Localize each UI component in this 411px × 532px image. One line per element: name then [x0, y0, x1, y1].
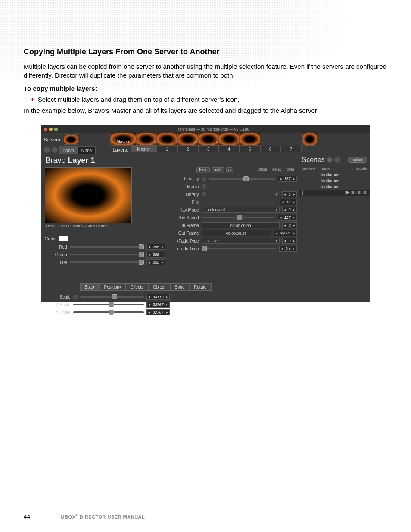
add-server-button[interactable]: + — [44, 147, 50, 153]
layer-thumbnail[interactable]: 4 — [177, 133, 198, 146]
tab-rotate[interactable]: Rotate — [189, 283, 211, 291]
paragraph-example: In the example below, Bravo's Master and… — [24, 106, 387, 115]
remove-server-button[interactable]: − — [52, 147, 58, 153]
solo-button[interactable]: solo — [212, 167, 225, 173]
scene-row[interactable]: fanflames — [299, 184, 370, 190]
red-slider[interactable] — [70, 246, 144, 248]
blue-slider[interactable] — [70, 261, 144, 263]
page-footer: 44 MBOX® DIRECTOR USER MANUAL — [24, 513, 387, 520]
layer-thumbnail-master[interactable]: Master — [110, 133, 136, 146]
opacity-value[interactable]: ◂137▸ — [278, 176, 296, 182]
library-value[interactable]: ◂5▸ — [282, 191, 296, 197]
scale-value[interactable]: ◂33110▸ — [146, 294, 169, 300]
xfadetime-value[interactable]: ◂0 s▸ — [279, 246, 296, 252]
scene-row[interactable]: fanflames — [299, 171, 370, 177]
update-button[interactable]: update — [348, 157, 367, 163]
param-dot-icon[interactable] — [202, 184, 206, 189]
playspeed-slider[interactable] — [202, 217, 276, 218]
bullet-item: + Select multiple layers and drag them o… — [31, 96, 387, 103]
xscale-slider[interactable] — [73, 304, 144, 305]
red-value[interactable]: ◂255▸ — [146, 244, 165, 250]
indicator-dots-icon[interactable] — [226, 167, 233, 173]
xfadetime-slider[interactable] — [202, 248, 277, 249]
xfadetype-select[interactable]: dissolve▾ — [202, 238, 280, 244]
outframe-value[interactable]: ◂65535▸ — [274, 230, 296, 236]
tab-position[interactable]: Position• — [99, 283, 125, 291]
file-label: File — [166, 200, 199, 205]
green-value[interactable]: ◂255▸ — [146, 252, 165, 258]
col-value: value — [258, 167, 267, 174]
yscale-label: Y Scale — [45, 310, 71, 315]
add-scene-button[interactable]: + — [327, 157, 333, 163]
traffic-lights[interactable] — [44, 128, 58, 131]
param-dot-icon[interactable] — [202, 177, 206, 181]
tab-size[interactable]: Size• — [80, 283, 100, 291]
layer-tab[interactable]: 7 — [281, 146, 302, 152]
param-dot-icon[interactable] — [202, 192, 206, 196]
green-label: Green — [45, 252, 67, 257]
layer-tab[interactable]: 4 — [219, 146, 240, 152]
tab-object[interactable]: Object — [148, 283, 170, 291]
layer-tab[interactable]: 1 — [157, 146, 177, 152]
plus-icon: + — [31, 96, 34, 103]
blue-value[interactable]: ◂255▸ — [146, 259, 165, 265]
paragraph-intro: Multiple layers can be copied from one s… — [24, 62, 387, 80]
layer-thumbnail[interactable]: 3 — [157, 133, 177, 146]
xfadetype-value[interactable]: ◂0▸ — [282, 238, 296, 244]
layers-label: Layers: — [110, 146, 131, 152]
server-tab-bravo[interactable]: Bravo — [59, 146, 78, 154]
layer-thumbnail[interactable]: 5 — [198, 133, 219, 146]
playmode-label: Play Mode — [166, 208, 199, 212]
blue-label: Blue — [45, 260, 67, 265]
scale-slider[interactable] — [80, 296, 144, 298]
inframe-value[interactable]: ◂0▸ — [282, 222, 296, 228]
opacity-slider[interactable] — [209, 178, 276, 180]
layer-tab[interactable]: 6 — [260, 146, 281, 152]
playmode-value[interactable]: ◂0▸ — [282, 207, 296, 213]
minimize-icon[interactable] — [49, 128, 53, 131]
layer-thumbnail[interactable]: 7 — [240, 133, 260, 146]
yscale-slider[interactable] — [73, 311, 144, 313]
eye-icon[interactable]: 👁 — [274, 192, 280, 197]
col-name: name — [321, 166, 340, 171]
layer-tab[interactable]: 5 — [240, 146, 260, 152]
green-slider[interactable] — [70, 254, 144, 255]
page-number: 44 — [24, 513, 30, 520]
inframe-field[interactable]: 00:00:00:00 — [202, 222, 280, 228]
app-screenshot: fanflames — 30 fps non-drop — v3.6.186 S… — [41, 125, 370, 302]
tab-sync[interactable]: Sync — [170, 283, 189, 291]
server-tab-alpha[interactable]: Alpha — [78, 146, 96, 154]
red-label: Red — [45, 245, 67, 249]
scene-row-selected[interactable]: -- 05:00:00:00 — [299, 190, 370, 196]
footer-text: MBOX® DIRECTOR USER MANUAL — [60, 514, 145, 520]
outframe-field[interactable]: 00:00:08:27 — [202, 230, 271, 236]
layer-thumbnail[interactable]: 6 — [219, 133, 240, 146]
remove-scene-button[interactable]: − — [334, 157, 340, 163]
refresh-icon — [302, 190, 303, 196]
yscale-value[interactable]: ◂32767▸ — [146, 309, 169, 315]
zoom-icon[interactable] — [54, 128, 58, 131]
bullet-text: Select multiple layers and drag them on … — [38, 96, 240, 103]
scene-row[interactable]: fanflames — [299, 177, 370, 184]
xscale-value[interactable]: ◂32767▸ — [146, 302, 169, 308]
color-swatch[interactable] — [59, 236, 68, 241]
alpha-server-thumbnail[interactable] — [302, 133, 317, 146]
tab-effects[interactable]: Effects — [126, 283, 148, 291]
close-icon[interactable] — [44, 128, 47, 131]
opacity-label: Opacity — [166, 177, 199, 181]
playspeed-label: Play Speed — [166, 215, 199, 220]
server-preview-thumbnail[interactable] — [64, 134, 78, 145]
scenes-title: Scenes — [302, 156, 325, 164]
col-delay: delay — [272, 167, 282, 174]
layer-tab[interactable]: 3 — [198, 146, 219, 152]
master-label: Master — [116, 140, 130, 144]
param-dot-icon[interactable] — [73, 295, 78, 299]
subheading: To copy multiple layers: — [24, 84, 387, 93]
hide-button[interactable]: hide — [196, 167, 210, 173]
file-value[interactable]: ◂15▸ — [280, 199, 296, 205]
playmode-select[interactable]: loop forward▾ — [202, 207, 280, 213]
layer-tab-master[interactable]: Master — [131, 146, 157, 152]
layer-tab[interactable]: 2 — [177, 146, 198, 152]
layer-thumbnail[interactable]: 2 — [136, 133, 157, 146]
playspeed-value[interactable]: ◂127▸ — [278, 215, 296, 221]
